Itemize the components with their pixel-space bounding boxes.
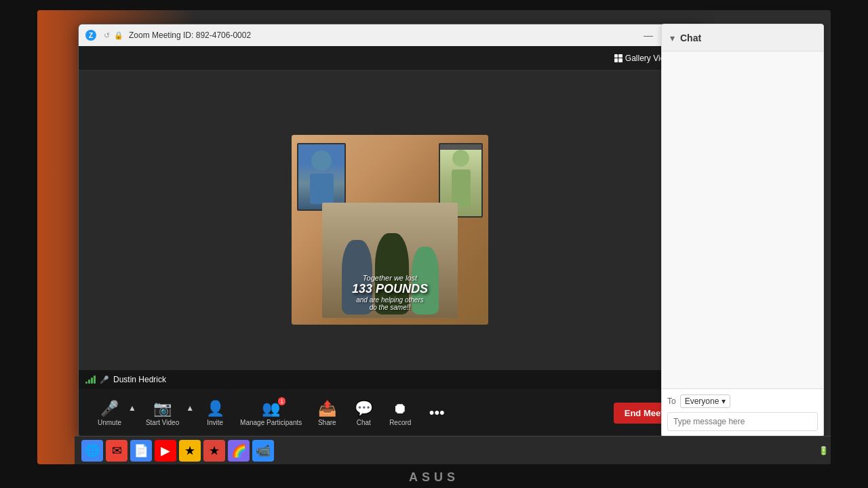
chat-icon: 💬 — [355, 400, 373, 418]
invite-label: Invite — [207, 419, 223, 426]
taskbar: 🌐 ✉ 📄 ▶ ★ ★ 🌈 📹 🔋 📶 1:37 — [75, 436, 831, 464]
zoom-titlebar: Z ↺ 🔒 Zoom Meeting ID: 892-4706-0002 — ☐… — [79, 24, 701, 46]
zoom-meeting-title: Zoom Meeting ID: 892-4706-0002 — [129, 30, 251, 40]
chat-title: Chat — [680, 33, 701, 43]
overlay-text-block: Together we lost 133 POUNDS and are help… — [298, 274, 481, 311]
zoom-toolbar: 🎤 Unmute ▲ 📷 Start Video ▲ 👤 Inv — [79, 389, 701, 436]
chat-recipient-dropdown[interactable]: Everyone ▾ — [680, 394, 731, 408]
participant-name: Dustin Hedrick — [113, 375, 166, 384]
taskbar-gmail-icon[interactable]: ✉ — [106, 440, 127, 462]
overlay-line1: Together we lost — [298, 274, 481, 282]
start-video-button-group: 📷 Start Video ▲ — [140, 397, 195, 429]
record-icon: ⏺ — [393, 400, 408, 418]
minimize-button[interactable]: — — [641, 30, 656, 41]
taskbar-docs-icon[interactable]: 📄 — [130, 440, 152, 462]
before-photo-thumbnail — [297, 143, 346, 211]
record-label: Record — [389, 419, 411, 426]
taskbar-star1-icon[interactable]: ★ — [179, 440, 201, 462]
zoom-title-icons: ↺ 🔒 — [102, 30, 123, 40]
chat-collapse-arrow[interactable]: ▾ — [670, 33, 675, 43]
video-icon: 📷 — [153, 400, 172, 418]
asus-brand-text: ASUS — [409, 470, 459, 485]
record-button[interactable]: ⏺ Record — [383, 397, 417, 429]
zoom-top-bar: Gallery View ⚙ ⛶ — [79, 46, 701, 70]
lock-icon: 🔒 — [114, 30, 123, 40]
chat-button[interactable]: 💬 Chat — [347, 397, 380, 429]
signal-strength-icon — [85, 375, 96, 384]
chat-label: Chat — [357, 419, 371, 426]
share-icon: 📤 — [318, 400, 336, 418]
start-video-label: Start Video — [146, 419, 179, 426]
share-button[interactable]: 📤 Share — [310, 397, 344, 429]
chat-header: ▾ Chat — [662, 24, 823, 52]
overlay-line2: 133 POUNDS — [298, 282, 481, 296]
monitor: Z ↺ 🔒 Zoom Meeting ID: 892-4706-0002 — ☐… — [0, 0, 868, 488]
chat-message-area — [662, 52, 823, 388]
zoom-main-area: Together we lost 133 POUNDS and are help… — [79, 70, 701, 389]
manage-participants-button[interactable]: 👥 1 Manage Participants — [235, 397, 307, 429]
mic-muted-icon: 🎤 — [100, 375, 109, 384]
unmute-button-group: 🎤 Unmute ▲ — [92, 397, 138, 429]
gallery-grid-icon — [614, 54, 623, 62]
invite-icon: 👤 — [206, 400, 224, 418]
chat-message-input[interactable] — [667, 412, 818, 431]
more-icon: ••• — [429, 404, 445, 422]
chat-to-label: To — [667, 396, 676, 406]
chat-recipient-value: Everyone — [685, 396, 719, 406]
taskbar-youtube-icon[interactable]: ▶ — [155, 440, 176, 462]
before-photo-inner — [298, 144, 344, 209]
unmute-icon: 🎤 — [100, 400, 119, 418]
zoom-logo-icon: Z — [85, 30, 96, 41]
zoom-title-left: Z ↺ 🔒 Zoom Meeting ID: 892-4706-0002 — [85, 30, 251, 41]
taskbar-chrome-icon[interactable]: 🌐 — [81, 440, 103, 462]
manage-participants-label: Manage Participants — [240, 419, 302, 426]
taskbar-right-area: 🔋 📶 1:37 — [818, 446, 831, 455]
participants-count: 1 — [278, 397, 285, 405]
taskbar-system-icons: 🔋 📶 — [818, 446, 831, 455]
taskbar-star2-icon[interactable]: ★ — [203, 440, 225, 462]
more-options-button[interactable]: ••• — [420, 401, 454, 424]
unmute-button[interactable]: 🎤 Unmute — [92, 397, 127, 429]
unmute-arrow-icon[interactable]: ▲ — [127, 403, 138, 413]
overlay-line3: and are helping others — [298, 296, 481, 304]
participant-name-bar: 🎤 Dustin Hedrick — [79, 370, 701, 389]
invite-button[interactable]: 👤 Invite — [198, 397, 232, 429]
share-label: Share — [318, 419, 336, 426]
unmute-label: Unmute — [98, 419, 121, 426]
chat-to-row: To Everyone ▾ — [667, 394, 818, 408]
start-video-button[interactable]: 📷 Start Video — [140, 397, 184, 429]
taskbar-zoom-icon[interactable]: 📹 — [252, 440, 274, 462]
overlay-line4: do the same!! — [298, 304, 481, 311]
battery-icon: 🔋 — [818, 446, 829, 455]
dropdown-arrow-icon: ▾ — [722, 396, 726, 406]
screen: Z ↺ 🔒 Zoom Meeting ID: 892-4706-0002 — ☐… — [37, 10, 831, 464]
participants-icon: 👥 1 — [262, 400, 280, 418]
taskbar-rainbow-icon[interactable]: 🌈 — [228, 440, 250, 462]
refresh-icon: ↺ — [102, 30, 111, 40]
zoom-top-spacer: Gallery View ⚙ ⛶ — [87, 51, 693, 66]
chat-panel: ▾ Chat To Everyone ▾ — [661, 24, 824, 437]
chat-input-area: To Everyone ▾ — [662, 388, 823, 436]
video-arrow-icon[interactable]: ▲ — [184, 403, 195, 413]
shared-screen-content: Together we lost 133 POUNDS and are help… — [292, 135, 488, 325]
zoom-window: Z ↺ 🔒 Zoom Meeting ID: 892-4706-0002 — ☐… — [78, 24, 702, 437]
